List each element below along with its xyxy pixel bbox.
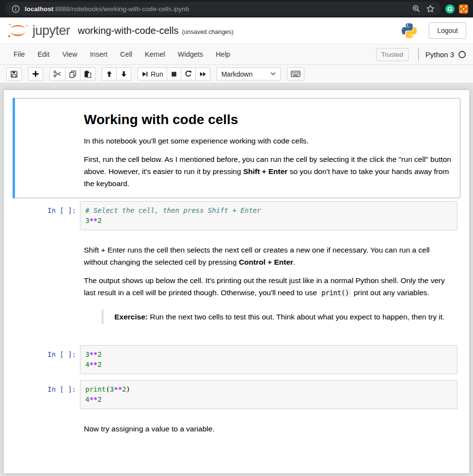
- browser-address-bar: localhost:8888/notebooks/working-with-co…: [0, 0, 473, 17]
- restart-run-all-button[interactable]: [195, 67, 210, 80]
- fast-forward-icon: [199, 71, 206, 78]
- save-icon: [10, 70, 18, 78]
- move-up-button[interactable]: [102, 67, 117, 80]
- output-paragraph: The output shows up below the cell. It's…: [84, 274, 453, 299]
- menu-help[interactable]: Help: [209, 48, 236, 61]
- cut-button[interactable]: [49, 67, 65, 80]
- inline-code-print: print(): [319, 288, 351, 297]
- markdown-rendered-content: Working with code cells In this notebook…: [80, 101, 457, 195]
- step-forward-icon: [142, 71, 148, 78]
- code-input-editor[interactable]: # Select the cell, then press Shift + En…: [80, 201, 457, 230]
- code-line: 4**2: [85, 395, 452, 405]
- python-logo-icon: [401, 23, 417, 39]
- trusted-button[interactable]: Trusted: [376, 48, 409, 61]
- markdown-prompt-spacer: [16, 101, 80, 195]
- save-button[interactable]: [6, 67, 22, 80]
- run-button-label: Run: [151, 70, 163, 78]
- move-down-button[interactable]: [116, 67, 131, 80]
- input-prompt: In [ ]:: [16, 345, 80, 374]
- menu-file[interactable]: File: [7, 48, 31, 61]
- jupyter-header: jupyter working-with-code-cells (unsaved…: [0, 17, 473, 44]
- selected-cell-indicator: [13, 98, 15, 198]
- stop-button[interactable]: [167, 67, 181, 80]
- menu-widgets[interactable]: Widgets: [172, 48, 209, 61]
- stop-icon: [171, 71, 177, 78]
- code-input-editor[interactable]: 3**2 4**2: [80, 345, 457, 374]
- input-prompt: In [ ]:: [16, 380, 80, 409]
- notebook-container: Working with code cells In this notebook…: [4, 90, 469, 473]
- cell-type-select[interactable]: Markdown: [217, 67, 281, 80]
- menu-view[interactable]: View: [56, 48, 83, 61]
- notebook-toolbar: Run Markdown: [0, 65, 473, 83]
- kernel-name: Python 3: [426, 50, 454, 59]
- code-line: # Select the cell, then press Shift + En…: [85, 206, 452, 216]
- jupyter-logo[interactable]: jupyter: [7, 23, 70, 38]
- grammarly-icon[interactable]: G: [445, 4, 455, 14]
- menu-cell[interactable]: Cell: [114, 48, 139, 61]
- markdown-rendered-content: Shift + Enter runs the cell then selects…: [80, 236, 457, 339]
- move-up-icon: [106, 70, 113, 78]
- cut-icon: [53, 70, 62, 78]
- input-prompt: In [ ]:: [16, 201, 80, 230]
- code-line: print(3**2): [85, 384, 452, 395]
- run-cell-paragraph: First, run the cell below. As I mentione…: [84, 153, 453, 190]
- add-cell-button[interactable]: [28, 67, 43, 80]
- zoom-icon[interactable]: [411, 4, 421, 14]
- menu-bar: File Edit View Insert Cell Kernel Widget…: [0, 44, 473, 65]
- url-omnibox[interactable]: localhost:8888/notebooks/working-with-co…: [5, 2, 441, 16]
- menu-insert[interactable]: Insert: [84, 48, 114, 61]
- command-palette-button[interactable]: [287, 67, 304, 80]
- markdown-cell-variable[interactable]: Now try assigning a value to a variable.: [13, 412, 460, 448]
- checkpoint-status: (unsaved changes): [182, 29, 233, 35]
- notebook-heading: Working with code cells: [84, 111, 453, 128]
- intro-paragraph: In this notebook you'll get some experie…: [84, 135, 453, 147]
- keyboard-icon: [291, 70, 300, 78]
- code-cell-3[interactable]: In [ ]: print(3**2) 4**2: [13, 377, 460, 412]
- restart-icon: [185, 70, 192, 78]
- notebook-page-background: Working with code cells In this notebook…: [0, 83, 473, 476]
- chevron-down-icon: [270, 72, 276, 76]
- cell-type-value: Markdown: [221, 70, 253, 78]
- code-line: 4**2: [85, 360, 452, 370]
- extensions-icon[interactable]: [458, 4, 468, 14]
- menu-kernel[interactable]: Kernel: [139, 48, 172, 61]
- info-icon[interactable]: [11, 4, 20, 14]
- paste-button[interactable]: [80, 67, 95, 80]
- markdown-prompt-spacer: [16, 415, 80, 445]
- markdown-cell-explanation[interactable]: Shift + Enter runs the cell then selects…: [13, 233, 460, 342]
- code-cell-1[interactable]: In [ ]: # Select the cell, then press Sh…: [13, 198, 460, 233]
- code-line: 3**2: [85, 216, 452, 226]
- logout-button[interactable]: Logout: [429, 22, 466, 39]
- move-down-icon: [120, 70, 127, 78]
- assign-variable-paragraph: Now try assigning a value to a variable.: [84, 423, 453, 435]
- copy-icon: [69, 70, 77, 78]
- copy-button[interactable]: [65, 67, 80, 80]
- markdown-cell-intro[interactable]: Working with code cells In this notebook…: [13, 98, 460, 198]
- menu-divider: [418, 48, 419, 61]
- notebook-title[interactable]: working-with-code-cells: [78, 25, 179, 36]
- markdown-rendered-content: Now try assigning a value to a variable.: [80, 415, 457, 445]
- code-line: 3**2: [85, 349, 452, 360]
- jupyter-brand-text: jupyter: [32, 23, 70, 38]
- url-text: localhost:8888/notebooks/working-with-co…: [25, 5, 189, 13]
- exercise-blockquote: Exercise: Run the next two cells to test…: [101, 310, 453, 324]
- run-button[interactable]: Run: [138, 67, 167, 80]
- restart-kernel-button[interactable]: [181, 67, 196, 80]
- markdown-prompt-spacer: [16, 236, 80, 339]
- kernel-idle-circle-icon: [458, 51, 466, 58]
- code-input-editor[interactable]: print(3**2) 4**2: [80, 380, 457, 409]
- add-cell-icon: [32, 70, 39, 78]
- menu-edit[interactable]: Edit: [31, 48, 56, 61]
- star-icon[interactable]: [426, 4, 435, 14]
- code-cell-2[interactable]: In [ ]: 3**2 4**2: [13, 342, 460, 377]
- shift-enter-paragraph: Shift + Enter runs the cell then selects…: [84, 244, 453, 268]
- paste-icon: [84, 70, 92, 78]
